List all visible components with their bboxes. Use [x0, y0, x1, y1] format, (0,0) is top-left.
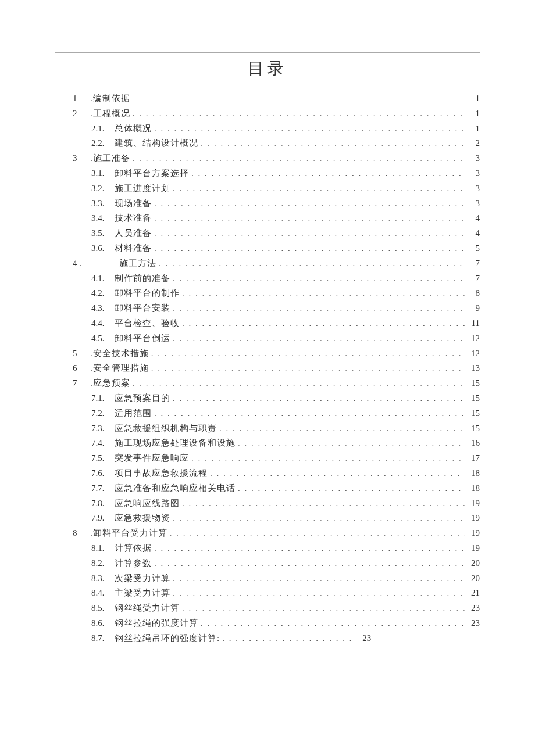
toc-entry-label: 次梁受力计算 — [115, 571, 170, 586]
toc-entry-number: 2 — [73, 106, 90, 121]
toc-entry-label: 制作前的准备 — [115, 271, 170, 286]
toc-entry: 7.应急预案15 — [73, 376, 480, 391]
toc-entry-number: 5 — [73, 346, 90, 361]
toc-entry-label: 现场准备 — [115, 196, 152, 212]
toc-entry-number: 3.3. — [91, 196, 115, 212]
toc-entry-label: 应急救援物资 — [115, 511, 170, 526]
toc-entry: 2.2.建筑、结构设计概况2 — [91, 136, 480, 151]
toc-entry: 3.2.施工进度计划3 — [91, 181, 480, 196]
table-of-contents: 1.编制依据12.工程概况12.1.总体概况12.2.建筑、结构设计概况23.施… — [55, 91, 480, 646]
toc-leader-dots — [173, 271, 465, 281]
toc-entry-page: 15 — [467, 376, 480, 391]
toc-entry-label: 卸料平台倒运 — [115, 331, 170, 346]
toc-entry-label: .安全技术措施 — [90, 346, 149, 361]
toc-entry-page: 9 — [467, 301, 480, 316]
toc-entry-number: 4 . — [73, 256, 90, 271]
toc-entry-number: 4.4. — [91, 316, 115, 331]
toc-leader-dots — [133, 106, 465, 116]
toc-entry-page: 5 — [467, 241, 480, 256]
toc-entry-page: 19 — [467, 496, 480, 511]
toc-leader-dots — [219, 421, 465, 431]
toc-entry-number: 7.9. — [91, 511, 115, 526]
toc-leader-dots — [133, 377, 465, 386]
toc-entry: 5.安全技术措施12 — [73, 346, 480, 361]
toc-leader-dots — [238, 436, 465, 446]
toc-entry: 7.1.应急预案目的15 — [91, 391, 480, 406]
toc-entry-number: 4.3. — [91, 301, 115, 316]
toc-entry-page: 23 — [467, 616, 480, 631]
toc-entry-page: 12 — [467, 331, 480, 346]
toc-entry-page: 3 — [467, 181, 480, 196]
toc-entry-label: 应急响应线路图 — [115, 496, 180, 511]
toc-entry: 8.1.计算依据19 — [91, 541, 480, 556]
toc-entry-number: 8 — [73, 526, 90, 541]
toc-leader-dots — [154, 556, 465, 566]
toc-entry-label: 卸料平台方案选择 — [115, 166, 189, 181]
toc-entry-number: 7.2. — [91, 406, 115, 421]
toc-leader-dots — [201, 137, 465, 146]
toc-entry-label: 钢丝拉绳吊环的强度计算: — [115, 631, 220, 646]
toc-entry-page: 15 — [467, 391, 480, 406]
toc-entry-number: 7.7. — [91, 481, 115, 496]
toc-entry: 7.9.应急救援物资19 — [91, 511, 480, 526]
top-rule — [55, 52, 480, 53]
toc-entry-number: 4.5. — [91, 331, 115, 346]
toc-entry-page: 18 — [467, 481, 480, 496]
toc-leader-dots — [182, 601, 465, 611]
toc-leader-dots — [173, 181, 465, 191]
toc-entry-page: 19 — [467, 526, 480, 541]
toc-entry-number: 8.2. — [91, 556, 115, 571]
toc-entry-label: 总体概况 — [115, 121, 152, 137]
toc-leader-dots — [222, 631, 356, 641]
toc-entry-number: 4.2. — [91, 286, 115, 301]
toc-entry-number: 8.4. — [91, 586, 115, 601]
toc-entry: 2.1.总体概况1 — [91, 121, 480, 137]
toc-entry-label: 突发事件应急响应 — [115, 451, 189, 466]
toc-entry-page: 13 — [467, 361, 480, 376]
toc-entry-page: 20 — [467, 556, 480, 571]
toc-entry-number: 8.3. — [91, 571, 115, 586]
toc-entry-label: 材料准备 — [115, 241, 152, 256]
toc-leader-dots — [182, 316, 465, 326]
toc-leader-dots — [210, 466, 465, 476]
toc-entry-label: .应急预案 — [90, 376, 130, 391]
toc-entry-label: 主梁受力计算 — [115, 586, 170, 601]
toc-entry-page: 12 — [467, 346, 480, 361]
toc-entry: 8.2.计算参数20 — [91, 556, 480, 571]
toc-leader-dots — [154, 212, 465, 221]
toc-entry-page: 2 — [467, 136, 480, 151]
toc-entry: 8.卸料平台受力计算19 — [73, 526, 480, 541]
toc-entry: 4.1.制作前的准备7 — [91, 271, 480, 286]
toc-entry: 1.编制依据1 — [73, 91, 480, 106]
toc-entry-number: 4.1. — [91, 271, 115, 286]
toc-leader-dots — [133, 92, 465, 102]
toc-leader-dots — [173, 302, 465, 311]
toc-entry-label: 人员准备 — [115, 226, 152, 241]
toc-entry-page: 3 — [467, 166, 480, 181]
toc-entry-label: 计算参数 — [115, 556, 152, 571]
toc-entry: 6.安全管理措施13 — [73, 361, 480, 376]
toc-entry: 7.7.应急准备和应急响应相关电话18 — [91, 481, 480, 496]
toc-leader-dots — [238, 481, 465, 491]
toc-entry-page: 4 — [467, 211, 480, 226]
toc-leader-dots — [159, 256, 465, 266]
toc-entry-page: 23 — [467, 601, 480, 616]
toc-entry-number: 6 — [73, 361, 90, 376]
toc-entry-number: 3.6. — [91, 241, 115, 256]
toc-entry-page: 15 — [467, 406, 480, 421]
toc-entry-label: 项目事故应急救援流程 — [115, 466, 208, 481]
toc-entry-page: 7 — [467, 271, 480, 286]
toc-entry-page: 7 — [467, 256, 480, 271]
toc-title: 目录 — [55, 58, 480, 80]
toc-entry-page: 11 — [467, 316, 480, 331]
toc-leader-dots — [191, 166, 465, 176]
toc-leader-dots — [154, 406, 465, 416]
toc-entry-label: 钢丝绳受力计算 — [115, 601, 180, 616]
toc-entry: 4.5.卸料平台倒运12 — [91, 331, 480, 346]
toc-entry: 4 .施工方法7 — [73, 256, 480, 271]
toc-entry: 7.2.适用范围15 — [91, 406, 480, 421]
toc-entry-number: 7.6. — [91, 466, 115, 481]
toc-leader-dots — [154, 121, 465, 131]
toc-entry-number: 1 — [73, 91, 90, 106]
toc-leader-dots — [201, 616, 465, 626]
